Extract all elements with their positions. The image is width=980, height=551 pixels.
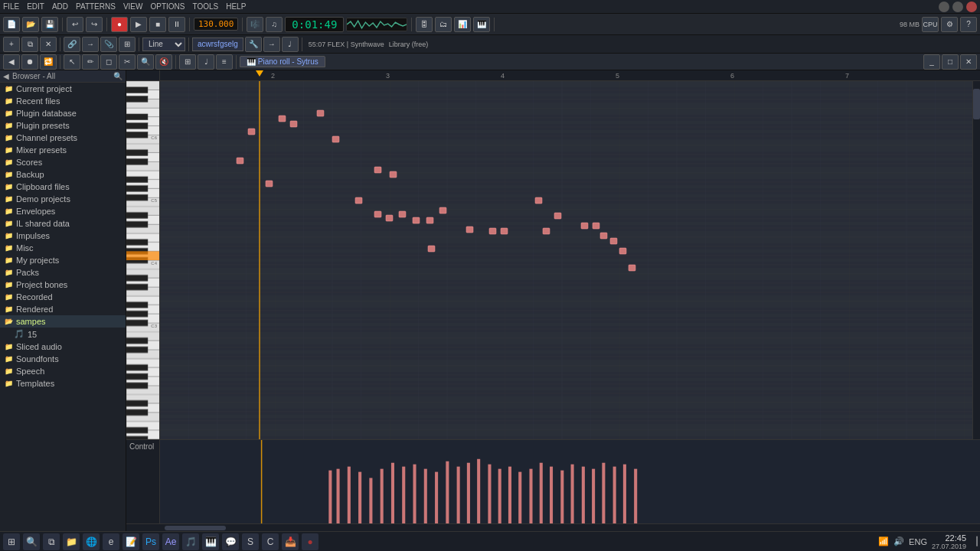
- menu-help[interactable]: HELP: [226, 2, 246, 11]
- note[interactable]: [332, 136, 339, 142]
- plugin-edit-btn[interactable]: 🔧: [245, 37, 262, 52]
- pr-close-btn[interactable]: ✕: [960, 54, 977, 70]
- route-btn[interactable]: →: [263, 37, 280, 52]
- note[interactable]: [554, 213, 561, 219]
- pr-cut-btn[interactable]: ✂: [119, 54, 136, 70]
- taskbar-discord[interactable]: 💬: [222, 533, 239, 550]
- sidebar-item-plugin-presets[interactable]: 📁 Plugin presets: [0, 119, 126, 132]
- taskbar-photoshop[interactable]: Ps: [142, 533, 159, 550]
- stop-btn[interactable]: ■: [149, 17, 166, 32]
- note[interactable]: [248, 129, 255, 135]
- sidebar-item-templates[interactable]: 📁 Templates: [0, 377, 126, 390]
- piano-roll-tab[interactable]: 🎹 Piano roll - Sytrus: [240, 56, 325, 67]
- play-btn[interactable]: ▶: [130, 17, 147, 32]
- taskbar-chrome[interactable]: 🌐: [83, 533, 100, 550]
- note-grid[interactable]: [160, 81, 972, 439]
- tempo-display[interactable]: 130.000: [194, 18, 238, 31]
- pr-mute-btn[interactable]: 🔇: [155, 54, 172, 70]
- taskbar-app2[interactable]: 🎹: [202, 533, 219, 550]
- taskbar-app1[interactable]: 🎵: [182, 533, 199, 550]
- plugin-label[interactable]: acwrsfgselg: [192, 37, 243, 51]
- taskbar-taskview[interactable]: ⧉: [43, 533, 60, 550]
- help-btn[interactable]: ?: [960, 17, 977, 32]
- line-mode-select[interactable]: Line Curve Single: [142, 37, 185, 51]
- maximize-btn[interactable]: [952, 2, 963, 12]
- pause-btn[interactable]: ⏸: [168, 17, 185, 32]
- note[interactable]: [489, 228, 496, 234]
- note[interactable]: [413, 217, 420, 223]
- pr-snap-btn[interactable]: ⊞: [179, 54, 196, 70]
- menu-add[interactable]: ADD: [52, 2, 68, 11]
- note[interactable]: [600, 233, 607, 239]
- note[interactable]: [619, 248, 626, 254]
- note[interactable]: [374, 167, 381, 173]
- sidebar-item-clipboard-files[interactable]: 📁 Clipboard files: [0, 181, 126, 193]
- taskbar-show-desktop-btn[interactable]: ▕: [971, 536, 977, 546]
- sidebar-item-soundfonts[interactable]: 📁 Soundfonts: [0, 353, 126, 365]
- cpu-btn[interactable]: CPU: [922, 17, 939, 32]
- sidebar-item-rendered[interactable]: 📁 Rendered: [0, 303, 126, 315]
- note[interactable]: [581, 223, 588, 229]
- pr-quant-btn[interactable]: ♩: [198, 54, 214, 70]
- mixer-btn[interactable]: 🎛: [416, 17, 433, 32]
- sidebar-item-recent-files[interactable]: 📁 Recent files: [0, 95, 126, 107]
- pr-minimize-btn[interactable]: _: [923, 54, 940, 70]
- sidebar-item-channel-presets[interactable]: 📁 Channel presets: [0, 132, 126, 144]
- pat-add-btn[interactable]: +: [3, 37, 20, 52]
- undo-btn[interactable]: ↩: [67, 17, 83, 32]
- sidebar-item-backup[interactable]: 📁 Backup: [0, 168, 126, 181]
- taskbar-chrome2[interactable]: C: [262, 533, 279, 550]
- menu-edit[interactable]: EDIT: [27, 2, 44, 11]
- note[interactable]: [317, 110, 324, 116]
- bottom-scrollbar[interactable]: [126, 523, 980, 531]
- sidebar-item-scores[interactable]: 📁 Scores: [0, 156, 126, 168]
- taskbar-skype[interactable]: S: [242, 533, 259, 550]
- taskbar-edge[interactable]: e: [103, 533, 119, 550]
- pr-zoom-btn[interactable]: 🔍: [137, 54, 154, 70]
- note[interactable]: [290, 121, 297, 127]
- sidebar-item-il-shared[interactable]: 📁 IL shared data: [0, 217, 126, 230]
- sidebar-item-impulses[interactable]: 📁 Impulses: [0, 230, 126, 242]
- pr-loop-btn[interactable]: 🔁: [40, 54, 57, 70]
- taskbar-aftereffects[interactable]: Ae: [162, 533, 179, 550]
- sidebar-item-packs[interactable]: 📁 Packs: [0, 266, 126, 279]
- pat-mode-btn[interactable]: 🎼: [247, 17, 263, 32]
- note[interactable]: [279, 116, 286, 122]
- note[interactable]: [501, 228, 508, 234]
- taskbar-app4[interactable]: ●: [302, 533, 318, 550]
- browser-btn[interactable]: 🗂: [435, 17, 452, 32]
- clip-btn[interactable]: 📎: [100, 37, 117, 52]
- right-scrollbar[interactable]: [972, 81, 980, 439]
- notes-svg[interactable]: [160, 81, 972, 439]
- note[interactable]: [390, 171, 397, 178]
- note[interactable]: [466, 227, 473, 233]
- sidebar-item-recorded[interactable]: 📁 Recorded: [0, 291, 126, 303]
- note[interactable]: [610, 238, 617, 244]
- new-btn[interactable]: 📄: [3, 17, 20, 32]
- menu-file[interactable]: FILE: [3, 2, 19, 11]
- sidebar-item-project-bones[interactable]: 📁 Project bones: [0, 279, 126, 291]
- sidebar-item-sliced-audio[interactable]: 📁 Sliced audio: [0, 341, 126, 353]
- note[interactable]: [543, 228, 550, 234]
- group-btn[interactable]: ⊞: [119, 37, 136, 52]
- taskbar-volume-icon[interactable]: 🔊: [893, 536, 904, 546]
- save-btn[interactable]: 💾: [41, 17, 58, 32]
- menu-view[interactable]: VIEW: [123, 2, 143, 11]
- mixer-link-btn[interactable]: 🔗: [64, 37, 80, 52]
- sidebar-item-demo-projects[interactable]: 📁 Demo projects: [0, 193, 126, 205]
- pr-maximize-btn[interactable]: □: [942, 54, 959, 70]
- sidebar-item-my-projects[interactable]: 📁 My projects: [0, 254, 126, 266]
- taskbar-search[interactable]: 🔍: [23, 533, 40, 550]
- pat-dup-btn[interactable]: ⧉: [21, 37, 38, 52]
- sidebar-item-plugin-database[interactable]: 📁 Plugin database: [0, 107, 126, 119]
- sidebar-sub-item-15[interactable]: 🎵 15: [0, 328, 126, 341]
- note[interactable]: [439, 207, 446, 214]
- close-btn[interactable]: [966, 2, 977, 12]
- note[interactable]: [355, 197, 362, 204]
- sidebar-item-sampes[interactable]: 📂 sampes: [0, 315, 126, 328]
- song-mode-btn[interactable]: ♫: [266, 17, 283, 32]
- sidebar-item-current-project[interactable]: 📁 Current project: [0, 83, 126, 95]
- taskbar-explorer[interactable]: 📁: [63, 533, 80, 550]
- channel-btn[interactable]: 📊: [454, 17, 471, 32]
- pat-del-btn[interactable]: ✕: [40, 37, 57, 52]
